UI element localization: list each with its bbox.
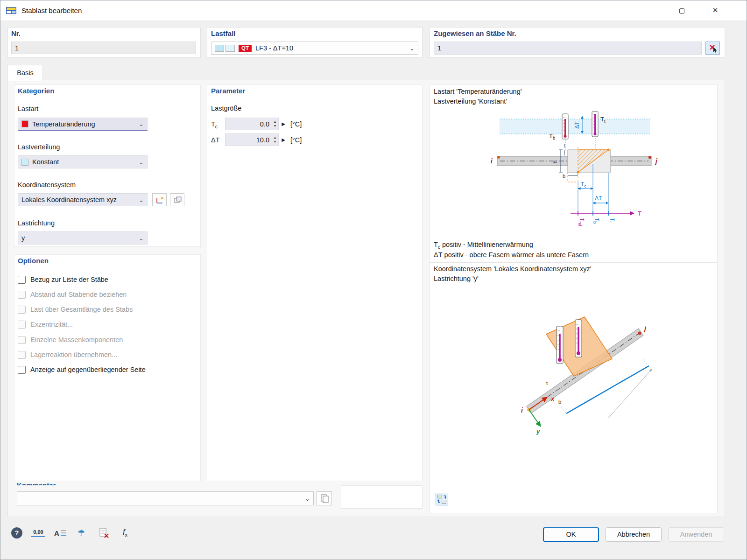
preview-note1: Tc positiv - Mittellinienerwärmung [434,241,533,250]
svg-text:t: t [546,380,548,386]
chevron-down-icon: ⌄ [139,159,144,165]
svg-text:ΔT: ΔT [574,121,580,129]
lastfall-select[interactable]: QT LF3 - ΔT=10 ⌄ [211,42,418,55]
kommentar-copy-button[interactable] [317,491,332,505]
umbrella-icon: ☂ [77,528,85,539]
ok-button[interactable]: OK [543,527,599,542]
lastart-value: Temperaturänderung [32,120,95,128]
decimal-places-button[interactable]: 0,00 [29,526,48,539]
svg-text:✶: ✶ [160,196,164,201]
cancel-button[interactable]: Abbrechen [606,527,662,542]
titlebar: Stablast bearbeiten — ✕ [0,0,747,21]
thermometer-icon [575,320,582,357]
zugewiesen-label: Zugewiesen an Stäbe Nr. [434,29,516,38]
chevron-down-icon: ⌄ [139,121,144,127]
option-gesamtlaenge: Last über Gesamtlänge des Stabs [18,304,195,315]
loadcase-color-swatch-2 [226,45,235,52]
preview-coord1: Koordinatensystem 'Lokales Koordinatensy… [434,265,592,273]
svg-text:y: y [536,428,540,435]
svg-text:t: t [564,143,565,148]
parameter-title: Parameter [211,87,245,95]
lastart-color-swatch [21,120,28,127]
delete-comment-button[interactable] [96,526,111,539]
tc-input[interactable]: 0.0 ▲▼ [225,118,279,130]
edit-coordinate-system-button[interactable] [170,193,184,206]
spinner-arrows[interactable]: ▲▼ [272,120,278,128]
lastverteilung-label: Lastverteilung [18,143,60,151]
new-coordinate-system-icon: ✶ [155,195,164,204]
kommentar-input[interactable]: ⌄ [17,491,314,505]
kommentar-label-clipped: Kommentar [17,481,96,485]
checkbox[interactable] [18,276,26,284]
zugewiesen-input[interactable]: 1 [434,42,702,55]
tc-detail-button[interactable]: ▶ [280,118,287,130]
dt-input[interactable]: 10.0 ▲▼ [225,133,279,146]
pick-cancel-icon [708,43,718,53]
checkbox[interactable] [18,366,26,374]
chevron-down-icon: ⌄ [139,197,144,203]
unit-settings-button[interactable]: A [52,526,68,539]
chevron-down-icon: ⌄ [305,496,310,502]
svg-text:Tt: Tt [608,218,615,223]
lastart-label: Lastart [18,105,38,112]
option-gegenueberliegend[interactable]: Anzeige auf gegenüberliegender Seite [18,364,195,375]
option-exzentrizitaet: Exzentrizität... [18,319,195,329]
kategorien-title: Kategorien [18,87,54,95]
option-bezug-liste[interactable]: Bezug zur Liste der Stäbe [18,274,195,285]
svg-text:j: j [655,157,658,165]
app-icon [6,6,17,15]
lastrichtung-value: y [21,234,25,242]
svg-text:Tb: Tb [592,218,600,224]
svg-text:Tt: Tt [600,116,606,124]
option-abstand-stabende: Abstand auf Stabende beziehen [18,289,195,300]
nr-label: Nr. [11,29,21,38]
knowledge-base-button[interactable]: ☂ [74,526,89,539]
help-button[interactable]: ? [10,526,23,539]
lastgroesse-label: Lastgröße [211,105,241,112]
temperature-load-diagram: ΔT Tb Tt i j h t b Tc ΔT T Tref Tb Tt [430,107,718,239]
lastverteilung-color-swatch [21,159,28,166]
preview-line2: Lastverteilung 'Konstant' [434,98,507,105]
svg-text:A: A [54,529,59,537]
apply-button: Anwenden [668,527,724,542]
lastrichtung-select[interactable]: y ⌄ [18,231,148,245]
swap-images-icon [437,494,447,504]
lastfall-value: LF3 - ΔT=10 [255,44,293,52]
preview-note2: ΔT positiv - obere Fasern wärmer als unt… [434,251,589,260]
lastart-select[interactable]: Temperaturänderung ⌄ [18,118,148,131]
formula-button[interactable]: fx [117,526,134,539]
svg-text:i: i [491,157,493,165]
lastrichtung-label: Lastrichtung [18,219,55,227]
close-button[interactable]: ✕ [704,0,726,21]
switch-preview-button[interactable] [436,493,448,505]
checkbox [18,351,26,359]
thermometer-icon [562,114,568,139]
loadcase-color-swatch-1 [215,45,224,52]
lastverteilung-select[interactable]: Konstant ⌄ [18,155,148,168]
tc-unit: [°C] [290,120,302,128]
maximize-button[interactable] [670,0,693,21]
spacer-panel [341,485,423,509]
svg-text:x: x [550,395,555,402]
select-members-button[interactable] [705,42,720,55]
minimize-button[interactable]: — [639,0,661,21]
spinner-arrows[interactable]: ▲▼ [272,136,278,144]
dt-label: ΔT [211,136,220,145]
dt-detail-button[interactable]: ▶ [280,133,287,146]
svg-text:i: i [521,406,523,414]
chevron-down-icon: ⌄ [139,235,144,241]
preview-divider [430,262,717,263]
new-coordinate-system-button[interactable]: ✶ [152,193,167,206]
maximize-icon [679,8,684,14]
lastfall-label: Lastfall [211,29,236,38]
tab-basis[interactable]: Basis [7,65,43,81]
preview-line1: Lastart 'Temperaturänderung' [434,88,522,95]
help-icon: ? [11,527,22,539]
font-list-icon: A [53,527,67,539]
svg-text:ΔT: ΔT [595,195,602,202]
optionen-title: Optionen [18,257,49,265]
svg-text:b: b [563,173,565,179]
thermometer-icon [592,112,598,137]
preview-coord2: Lastrichtung 'y' [434,275,479,282]
koordinatensystem-select[interactable]: Lokales Koordinatensystem xyz ⌄ [18,193,148,206]
